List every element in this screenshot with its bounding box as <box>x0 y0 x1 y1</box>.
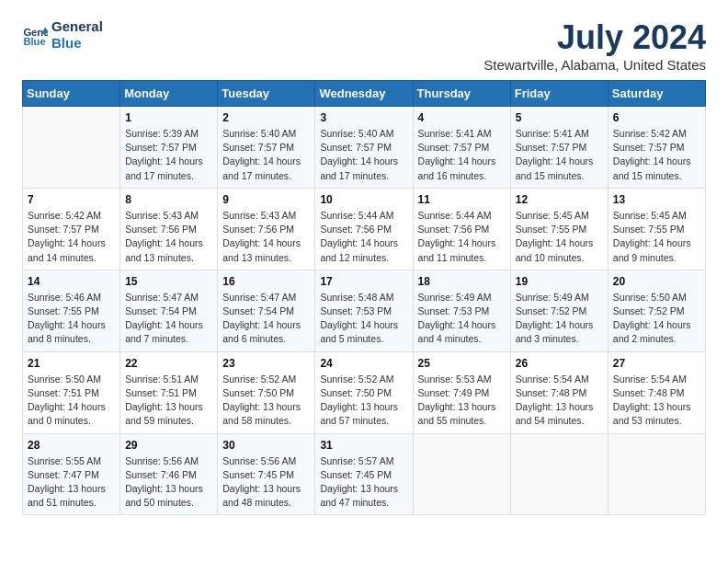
day-info: Sunrise: 5:42 AMSunset: 7:57 PMDaylight:… <box>28 209 115 265</box>
day-cell: 28Sunrise: 5:55 AMSunset: 7:47 PMDayligh… <box>23 433 120 515</box>
day-number: 16 <box>222 275 310 288</box>
header-tuesday: Tuesday <box>218 81 315 107</box>
day-cell <box>23 107 120 189</box>
day-info: Sunrise: 5:52 AMSunset: 7:50 PMDaylight:… <box>222 373 310 429</box>
header-saturday: Saturday <box>608 81 705 107</box>
day-cell: 19Sunrise: 5:49 AMSunset: 7:52 PMDayligh… <box>510 270 608 351</box>
day-cell <box>608 433 705 515</box>
day-info: Sunrise: 5:47 AMSunset: 7:54 PMDaylight:… <box>222 291 310 347</box>
day-info: Sunrise: 5:41 AMSunset: 7:57 PMDaylight:… <box>418 127 506 183</box>
day-info: Sunrise: 5:49 AMSunset: 7:52 PMDaylight:… <box>516 291 603 347</box>
day-info: Sunrise: 5:45 AMSunset: 7:55 PMDaylight:… <box>516 209 603 265</box>
title-area: July 2024 Stewartville, Alabama, United … <box>483 18 706 73</box>
day-number: 21 <box>28 357 115 370</box>
day-cell: 10Sunrise: 5:44 AMSunset: 7:56 PMDayligh… <box>315 188 413 270</box>
day-number: 11 <box>418 193 506 206</box>
day-info: Sunrise: 5:54 AMSunset: 7:48 PMDaylight:… <box>613 373 700 429</box>
day-info: Sunrise: 5:43 AMSunset: 7:56 PMDaylight:… <box>222 209 310 265</box>
day-info: Sunrise: 5:54 AMSunset: 7:48 PMDaylight:… <box>516 373 603 429</box>
day-cell: 6Sunrise: 5:42 AMSunset: 7:57 PMDaylight… <box>608 107 705 189</box>
day-number: 22 <box>125 357 212 370</box>
day-info: Sunrise: 5:55 AMSunset: 7:47 PMDaylight:… <box>28 454 115 511</box>
logo: General Blue General Blue <box>22 18 103 52</box>
header-wednesday: Wednesday <box>315 81 413 107</box>
day-info: Sunrise: 5:46 AMSunset: 7:55 PMDaylight:… <box>28 291 115 347</box>
day-number: 24 <box>320 357 407 370</box>
day-info: Sunrise: 5:50 AMSunset: 7:52 PMDaylight:… <box>613 291 700 347</box>
day-info: Sunrise: 5:52 AMSunset: 7:50 PMDaylight:… <box>320 373 407 429</box>
day-info: Sunrise: 5:39 AMSunset: 7:57 PMDaylight:… <box>125 127 212 183</box>
day-cell: 20Sunrise: 5:50 AMSunset: 7:52 PMDayligh… <box>608 270 705 351</box>
calendar-subtitle: Stewartville, Alabama, United States <box>483 57 706 73</box>
day-info: Sunrise: 5:51 AMSunset: 7:51 PMDaylight:… <box>125 373 212 429</box>
day-cell <box>413 433 510 515</box>
day-cell: 12Sunrise: 5:45 AMSunset: 7:55 PMDayligh… <box>510 188 608 270</box>
day-cell: 26Sunrise: 5:54 AMSunset: 7:48 PMDayligh… <box>510 351 608 433</box>
day-cell: 14Sunrise: 5:46 AMSunset: 7:55 PMDayligh… <box>23 270 120 351</box>
day-number: 31 <box>320 439 407 452</box>
day-cell: 25Sunrise: 5:53 AMSunset: 7:49 PMDayligh… <box>413 351 510 433</box>
day-number: 23 <box>222 357 310 370</box>
day-number: 13 <box>613 193 700 206</box>
day-cell: 16Sunrise: 5:47 AMSunset: 7:54 PMDayligh… <box>218 270 315 351</box>
day-info: Sunrise: 5:47 AMSunset: 7:54 PMDaylight:… <box>125 291 212 347</box>
day-info: Sunrise: 5:56 AMSunset: 7:45 PMDaylight:… <box>222 454 310 511</box>
day-cell: 24Sunrise: 5:52 AMSunset: 7:50 PMDayligh… <box>315 351 413 433</box>
page-header: General Blue General Blue July 2024 Stew… <box>22 18 706 73</box>
day-number: 10 <box>320 193 407 206</box>
day-number: 14 <box>28 275 115 288</box>
day-number: 12 <box>516 193 603 206</box>
day-cell: 30Sunrise: 5:56 AMSunset: 7:45 PMDayligh… <box>218 433 315 515</box>
day-info: Sunrise: 5:44 AMSunset: 7:56 PMDaylight:… <box>418 209 506 265</box>
logo-text-blue: Blue <box>51 35 103 52</box>
header-sunday: Sunday <box>23 81 120 107</box>
day-number: 27 <box>613 357 700 370</box>
day-info: Sunrise: 5:56 AMSunset: 7:46 PMDaylight:… <box>125 454 212 511</box>
day-number: 8 <box>125 193 212 206</box>
logo-icon: General Blue <box>22 22 48 48</box>
day-info: Sunrise: 5:40 AMSunset: 7:57 PMDaylight:… <box>320 127 407 183</box>
day-info: Sunrise: 5:41 AMSunset: 7:57 PMDaylight:… <box>516 127 603 183</box>
day-cell <box>510 433 608 515</box>
day-number: 9 <box>222 193 310 206</box>
day-cell: 3Sunrise: 5:40 AMSunset: 7:57 PMDaylight… <box>315 107 413 189</box>
week-row-5: 28Sunrise: 5:55 AMSunset: 7:47 PMDayligh… <box>23 433 706 515</box>
day-info: Sunrise: 5:40 AMSunset: 7:57 PMDaylight:… <box>222 127 310 183</box>
day-number: 5 <box>516 111 603 124</box>
day-number: 4 <box>418 111 506 124</box>
header-monday: Monday <box>120 81 218 107</box>
day-info: Sunrise: 5:42 AMSunset: 7:57 PMDaylight:… <box>613 127 700 183</box>
day-cell: 27Sunrise: 5:54 AMSunset: 7:48 PMDayligh… <box>608 351 705 433</box>
day-info: Sunrise: 5:53 AMSunset: 7:49 PMDaylight:… <box>418 373 506 429</box>
day-cell: 4Sunrise: 5:41 AMSunset: 7:57 PMDaylight… <box>413 107 510 189</box>
day-number: 17 <box>320 275 407 288</box>
day-info: Sunrise: 5:49 AMSunset: 7:53 PMDaylight:… <box>418 291 506 347</box>
day-info: Sunrise: 5:50 AMSunset: 7:51 PMDaylight:… <box>28 373 115 429</box>
day-number: 18 <box>418 275 506 288</box>
day-number: 29 <box>125 439 212 452</box>
header-friday: Friday <box>510 81 608 107</box>
day-cell: 23Sunrise: 5:52 AMSunset: 7:50 PMDayligh… <box>218 351 315 433</box>
day-info: Sunrise: 5:45 AMSunset: 7:55 PMDaylight:… <box>613 209 700 265</box>
day-cell: 8Sunrise: 5:43 AMSunset: 7:56 PMDaylight… <box>120 188 218 270</box>
calendar-header-row: SundayMondayTuesdayWednesdayThursdayFrid… <box>23 81 706 107</box>
day-number: 19 <box>516 275 603 288</box>
day-info: Sunrise: 5:43 AMSunset: 7:56 PMDaylight:… <box>125 209 212 265</box>
day-cell: 18Sunrise: 5:49 AMSunset: 7:53 PMDayligh… <box>413 270 510 351</box>
svg-text:Blue: Blue <box>23 36 45 47</box>
day-cell: 21Sunrise: 5:50 AMSunset: 7:51 PMDayligh… <box>23 351 120 433</box>
day-info: Sunrise: 5:57 AMSunset: 7:45 PMDaylight:… <box>320 454 407 511</box>
day-number: 3 <box>320 111 407 124</box>
day-info: Sunrise: 5:48 AMSunset: 7:53 PMDaylight:… <box>320 291 407 347</box>
logo-text-general: General <box>51 18 103 35</box>
day-cell: 31Sunrise: 5:57 AMSunset: 7:45 PMDayligh… <box>315 433 413 515</box>
day-number: 20 <box>613 275 700 288</box>
day-number: 26 <box>516 357 603 370</box>
calendar-table: SundayMondayTuesdayWednesdayThursdayFrid… <box>22 80 706 515</box>
day-number: 15 <box>125 275 212 288</box>
day-cell: 17Sunrise: 5:48 AMSunset: 7:53 PMDayligh… <box>315 270 413 351</box>
day-cell: 15Sunrise: 5:47 AMSunset: 7:54 PMDayligh… <box>120 270 218 351</box>
week-row-3: 14Sunrise: 5:46 AMSunset: 7:55 PMDayligh… <box>23 270 706 351</box>
day-number: 2 <box>222 111 310 124</box>
day-cell: 29Sunrise: 5:56 AMSunset: 7:46 PMDayligh… <box>120 433 218 515</box>
